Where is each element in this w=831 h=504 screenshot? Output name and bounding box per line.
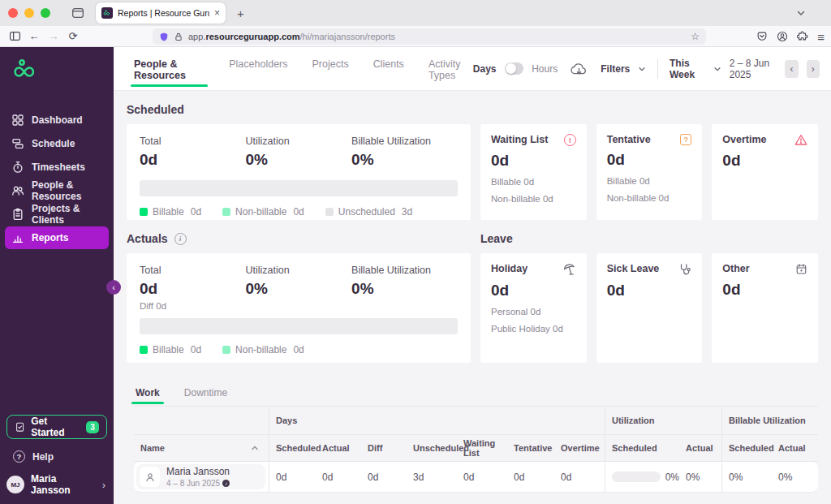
menu-hamburger-icon[interactable]: ≡ xyxy=(817,30,825,44)
user-menu[interactable]: MJ Maria Jansson › xyxy=(6,473,107,496)
cell-waiting-list: 0d xyxy=(460,472,507,483)
holiday-card: Holiday 0d Personal 0d Public Holiday 0d xyxy=(480,253,587,363)
tab-placeholders[interactable]: Placeholders xyxy=(229,44,287,94)
period-selector[interactable]: This Week xyxy=(670,58,705,80)
cell-billable-actual: 0% xyxy=(772,472,817,483)
table-group-header-row: Days Utilization Billable Utilization xyxy=(134,406,818,435)
non-billable-swatch xyxy=(222,208,230,216)
user-avatar: MJ xyxy=(6,476,24,493)
column-actual[interactable]: Actual xyxy=(316,443,361,453)
hours-label[interactable]: Hours xyxy=(532,63,558,75)
breakdown-section: Work Downtime Days Utilization Billable … xyxy=(127,373,818,493)
column-diff[interactable]: Diff xyxy=(361,443,407,453)
group-utilization: Utilization xyxy=(605,407,721,434)
info-dot-icon[interactable]: i xyxy=(222,480,230,487)
tab-overflow-chevron-icon[interactable] xyxy=(795,7,807,19)
get-started-label: Get Started xyxy=(31,416,80,438)
overtime-warning-triangle-icon xyxy=(794,134,807,146)
cell-util-actual: 0% xyxy=(679,472,721,483)
sidebar-item-timesheets[interactable]: Timesheets xyxy=(5,156,109,179)
column-scheduled[interactable]: Scheduled xyxy=(269,435,316,461)
column-util-scheduled[interactable]: Scheduled xyxy=(605,435,679,461)
utilization-bar xyxy=(612,472,661,482)
cell-unscheduled: 3d xyxy=(407,472,460,483)
column-tentative[interactable]: Tentative xyxy=(507,443,554,453)
close-window-button[interactable] xyxy=(8,8,18,18)
legend-billable: Billable0d xyxy=(140,344,201,355)
days-label[interactable]: Days xyxy=(473,63,497,75)
pocket-icon[interactable] xyxy=(756,31,768,42)
group-billable-utilization: Billable Utilization xyxy=(721,407,817,434)
scheduled-cards-row: Total 0d Utilization 0% Billable Utiliza… xyxy=(127,124,818,220)
column-billable-scheduled[interactable]: Scheduled xyxy=(721,435,772,461)
reload-button[interactable]: ⟳ xyxy=(63,30,83,42)
prev-week-button[interactable]: ‹ xyxy=(785,60,798,78)
sort-ascending-icon[interactable] xyxy=(251,443,259,453)
help-label: Help xyxy=(32,451,54,463)
tab-work[interactable]: Work xyxy=(134,382,161,406)
actuals-summary-card: Total 0d Diff 0d Utilization 0% Billable… xyxy=(127,253,471,363)
leave-heading: Leave xyxy=(480,232,513,245)
firefox-view-icon[interactable] xyxy=(71,6,84,19)
column-overtime[interactable]: Overtime xyxy=(554,443,605,453)
tab-title: Reports | Resource Guru xyxy=(118,8,209,18)
days-hours-toggle[interactable] xyxy=(505,62,524,75)
resource-guru-favicon-icon xyxy=(101,7,113,19)
waiting-list-alert-icon: ! xyxy=(564,134,576,146)
scheduled-heading: Scheduled xyxy=(127,103,818,116)
get-started-button[interactable]: Get Started 3 xyxy=(6,415,107,439)
sidebar-item-dashboard[interactable]: Dashboard xyxy=(5,109,109,131)
column-unscheduled[interactable]: Unscheduled xyxy=(407,443,460,453)
tab-people-resources[interactable]: People & Resources xyxy=(134,44,205,94)
cell-scheduled: 0d xyxy=(269,462,316,492)
chevron-right-icon: › xyxy=(102,479,105,491)
column-billable-actual[interactable]: Actual xyxy=(772,443,817,453)
export-download-icon[interactable] xyxy=(571,61,588,76)
forward-button[interactable]: → xyxy=(44,30,63,42)
tab-downtime[interactable]: Downtime xyxy=(183,382,229,406)
window-controls xyxy=(8,8,50,18)
sidebar-item-schedule[interactable]: Schedule xyxy=(5,132,109,155)
url-bar[interactable]: app.resourceguruapp.com/hi/mariajansson/… xyxy=(153,28,706,45)
tracking-protection-shield-icon[interactable] xyxy=(159,32,169,42)
help-item[interactable]: ? Help xyxy=(13,450,107,463)
browser-tab-bar: Reports | Resource Guru × + xyxy=(0,0,831,26)
close-tab-icon[interactable]: × xyxy=(214,7,220,19)
next-week-button[interactable]: › xyxy=(807,60,820,78)
browser-tab[interactable]: Reports | Resource Guru × xyxy=(96,2,226,24)
group-days: Days xyxy=(269,407,605,434)
actuals-billable-utilization-stat: Billable Utilization 0% xyxy=(351,265,458,311)
new-tab-button[interactable]: + xyxy=(237,6,244,20)
legend-unscheduled: Unscheduled3d xyxy=(325,206,412,218)
tab-activity-types[interactable]: Activity Types xyxy=(428,44,473,94)
tab-projects[interactable]: Projects xyxy=(312,44,349,94)
column-util-actual[interactable]: Actual xyxy=(679,443,721,453)
zoom-window-button[interactable] xyxy=(41,8,50,18)
tab-clients[interactable]: Clients xyxy=(373,44,404,94)
filters-button[interactable]: Filters xyxy=(601,63,630,75)
sidebar-item-people-resources[interactable]: People & Resources xyxy=(5,179,109,202)
column-waiting-list[interactable]: Waiting List xyxy=(460,438,507,458)
account-icon[interactable] xyxy=(777,31,788,42)
resource-guru-logo[interactable] xyxy=(11,58,114,84)
extensions-puzzle-icon[interactable] xyxy=(797,31,808,42)
sidebar-item-projects-clients[interactable]: Projects & Clients xyxy=(5,203,109,226)
resource-name-cell[interactable]: Maria Jansson 4 – 8 Jun 2025i xyxy=(134,462,269,492)
actuals-info-icon[interactable]: i xyxy=(174,233,187,245)
billable-swatch xyxy=(140,346,148,354)
resource-name: Maria Jansson xyxy=(166,466,230,477)
cell-tentative: 0d xyxy=(507,472,554,483)
overtime-card: Overtime 0d xyxy=(712,124,818,220)
billable-swatch xyxy=(140,208,148,216)
bookmark-star-icon[interactable]: ☆ xyxy=(691,31,700,42)
cell-diff: 0d xyxy=(361,472,407,483)
cell-overtime: 0d xyxy=(554,472,605,483)
table-row[interactable]: Maria Jansson 4 – 8 Jun 2025i 0d 0d 0d 3… xyxy=(134,462,818,493)
back-button[interactable]: ← xyxy=(24,30,44,42)
actuals-cards-row: Total 0d Diff 0d Utilization 0% Billable… xyxy=(127,253,818,363)
minimize-window-button[interactable] xyxy=(24,8,34,18)
actuals-progress-bar xyxy=(140,318,458,334)
column-name[interactable]: Name xyxy=(134,435,269,461)
sidebar-toggle-icon[interactable] xyxy=(5,30,24,42)
sidebar-item-reports[interactable]: Reports xyxy=(5,226,109,249)
